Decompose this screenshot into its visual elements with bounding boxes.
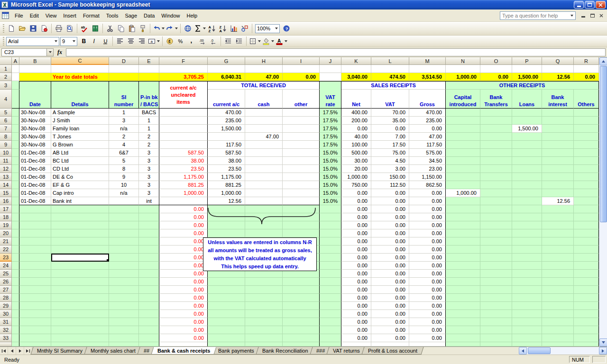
- cell-F8[interactable]: [159, 133, 208, 141]
- cell-K30[interactable]: 0.00: [341, 310, 371, 318]
- cell-L4[interactable]: VAT: [371, 90, 409, 109]
- cell-L13[interactable]: 150.00: [371, 173, 409, 181]
- row-header-33[interactable]: 33: [0, 334, 12, 342]
- comma-button[interactable]: ,: [186, 36, 197, 46]
- cell-Q34[interactable]: [542, 342, 574, 346]
- cell-F25[interactable]: 0.00: [159, 270, 208, 278]
- cell-C6[interactable]: J Smith: [51, 117, 109, 125]
- cell-N11[interactable]: [446, 157, 480, 165]
- cell-C30[interactable]: [51, 310, 109, 318]
- cell-E13[interactable]: 3: [139, 173, 159, 181]
- cell-A19[interactable]: [12, 221, 19, 229]
- row-header-19[interactable]: 19: [0, 221, 12, 229]
- cell-R1[interactable]: [574, 65, 599, 73]
- increase-indent-button[interactable]: [234, 36, 244, 46]
- cell-Q18[interactable]: [542, 213, 574, 221]
- cell-R14[interactable]: [574, 181, 599, 189]
- cell-K14[interactable]: 750.00: [341, 181, 371, 189]
- cell-N1[interactable]: [446, 65, 480, 73]
- row-header-5[interactable]: 5: [0, 109, 12, 117]
- cell-D27[interactable]: [109, 286, 139, 294]
- cell-F12[interactable]: 23.50: [159, 165, 208, 173]
- cell-P26[interactable]: [512, 278, 542, 286]
- cell-B8[interactable]: 30-Nov-08: [19, 133, 51, 141]
- row-header-17[interactable]: 17: [0, 205, 12, 213]
- cell-H4[interactable]: cash: [245, 90, 283, 109]
- cell-E23[interactable]: [139, 254, 159, 262]
- cell-A16[interactable]: [12, 197, 19, 205]
- workbook-close-button[interactable]: [598, 12, 605, 19]
- cell-O15[interactable]: [480, 189, 512, 197]
- cell-K1[interactable]: [341, 65, 371, 73]
- cell-E33[interactable]: [139, 334, 159, 342]
- cell-K20[interactable]: 0.00: [341, 229, 371, 237]
- cell-R20[interactable]: [574, 229, 599, 237]
- menu-tools[interactable]: Tools: [103, 10, 122, 21]
- cell-G13[interactable]: 1,175.00: [208, 173, 245, 181]
- cell-Q11[interactable]: [542, 157, 574, 165]
- cell-J34[interactable]: [320, 342, 341, 346]
- col-header-I[interactable]: I: [283, 57, 320, 65]
- cell-D11[interactable]: 5: [109, 157, 139, 165]
- cell-B18[interactable]: [19, 213, 51, 221]
- cell-L33[interactable]: 0.00: [371, 334, 409, 342]
- row-header-11[interactable]: 11: [0, 157, 12, 165]
- cell-I32[interactable]: [283, 326, 320, 334]
- cell-R22[interactable]: [574, 246, 599, 254]
- cell-M29[interactable]: 0.00: [409, 302, 446, 310]
- tab-monthly-sales-chart[interactable]: Monthly sales chart: [84, 347, 142, 355]
- cell-D28[interactable]: [109, 294, 139, 302]
- cell-P25[interactable]: [512, 270, 542, 278]
- cell-M12[interactable]: 23.00: [409, 165, 446, 173]
- cell-M31[interactable]: 0.00: [409, 318, 446, 326]
- cell-N27[interactable]: [446, 286, 480, 294]
- cell-J6[interactable]: 17.5%: [320, 117, 341, 125]
- cell-G14[interactable]: 881.25: [208, 181, 245, 189]
- cell-A20[interactable]: [12, 229, 19, 237]
- cell-L19[interactable]: 0.00: [371, 221, 409, 229]
- col-header-Q[interactable]: Q: [542, 57, 574, 65]
- cell-C21[interactable]: [51, 237, 109, 246]
- col-header-M[interactable]: M: [409, 57, 446, 65]
- cell-E19[interactable]: [139, 221, 159, 229]
- vertical-scrollbar[interactable]: [599, 57, 607, 346]
- cell-F18[interactable]: 0.00: [159, 213, 208, 221]
- cell-R28[interactable]: [574, 294, 599, 302]
- cell-G4[interactable]: current a/c: [208, 90, 245, 109]
- cell-F32[interactable]: 0.00: [159, 326, 208, 334]
- fill-color-button[interactable]: [262, 36, 275, 46]
- cell-P6[interactable]: [512, 117, 542, 125]
- cell-Q33[interactable]: [542, 334, 574, 342]
- cell-C24[interactable]: [51, 262, 109, 270]
- cell-A34[interactable]: [12, 342, 19, 346]
- cell-L22[interactable]: 0.00: [371, 246, 409, 254]
- col-header-H[interactable]: H: [245, 57, 283, 65]
- cell-A15[interactable]: [12, 189, 19, 197]
- cell-Q6[interactable]: [542, 117, 574, 125]
- cell-F3[interactable]: current a/cuncleareditems: [159, 81, 208, 109]
- cell-P28[interactable]: [512, 294, 542, 302]
- cell-P33[interactable]: [512, 334, 542, 342]
- cell-P19[interactable]: [512, 221, 542, 229]
- cell-L21[interactable]: 0.00: [371, 237, 409, 246]
- cell-P5[interactable]: [512, 109, 542, 117]
- cell-C33[interactable]: [51, 334, 109, 342]
- cell-N9[interactable]: [446, 141, 480, 149]
- cell-E31[interactable]: [139, 318, 159, 326]
- cell-Q20[interactable]: [542, 229, 574, 237]
- cell-H31[interactable]: [245, 318, 283, 326]
- cell-M6[interactable]: 235.00: [409, 117, 446, 125]
- cell-K27[interactable]: 0.00: [341, 286, 371, 294]
- horizontal-scroll-thumb[interactable]: [528, 347, 551, 354]
- cell-L27[interactable]: 0.00: [371, 286, 409, 294]
- cell-B24[interactable]: [19, 262, 51, 270]
- cell-H34[interactable]: [245, 342, 283, 346]
- cell-P24[interactable]: [512, 262, 542, 270]
- help-button[interactable]: ?: [281, 23, 292, 34]
- insert-function-button[interactable]: fx: [54, 49, 66, 56]
- row-header-20[interactable]: 20: [0, 229, 12, 237]
- cell-N13[interactable]: [446, 173, 480, 181]
- cell-C15[interactable]: Cap intro: [51, 189, 109, 197]
- cell-H6[interactable]: [245, 117, 283, 125]
- cell-E27[interactable]: [139, 286, 159, 294]
